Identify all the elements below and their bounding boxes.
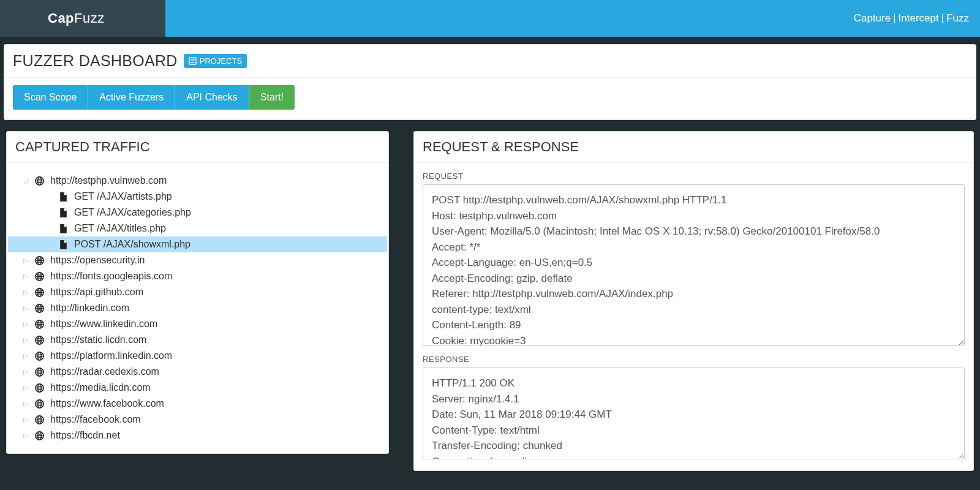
globe-icon (34, 399, 45, 409)
globe-icon (34, 287, 45, 298)
expand-icon[interactable]: ▷ (23, 353, 29, 359)
globe-icon (34, 415, 45, 425)
globe-icon (34, 319, 45, 330)
tree-host-row[interactable]: ▷https://facebook.com (8, 412, 387, 428)
collapse-icon[interactable]: ◿ (23, 178, 29, 184)
file-icon (58, 239, 69, 250)
expand-icon[interactable]: ▷ (23, 401, 29, 407)
request-label: GET /AJAX/titles.php (74, 223, 166, 234)
expand-icon[interactable]: ▷ (23, 305, 29, 311)
globe-icon (34, 351, 45, 361)
host-label: https://facebook.com (50, 414, 141, 425)
traffic-tree: ◿http://testphp.vulnweb.comGET /AJAX/art… (7, 163, 388, 453)
globe-icon (34, 303, 45, 314)
expand-icon[interactable]: ▷ (23, 369, 29, 375)
tree-host-row[interactable]: ▷https://radar.cedexis.com (8, 364, 387, 380)
request-response-panel: REQUEST & RESPONSE REQUEST RESPONSE (413, 131, 974, 471)
host-label: https://api.github.com (50, 287, 143, 298)
tree-host-row[interactable]: ◿http://testphp.vulnweb.com (8, 173, 387, 189)
globe-icon (34, 367, 45, 377)
expand-icon[interactable]: ▷ (23, 273, 29, 279)
request-textarea[interactable] (423, 184, 965, 346)
projects-label: PROJECTS (200, 56, 242, 66)
host-label: https://radar.cedexis.com (50, 366, 159, 377)
globe-icon (34, 271, 45, 282)
tree-host-row[interactable]: ▷https://api.github.com (8, 284, 387, 300)
tree-host-row[interactable]: ▷https://www.facebook.com (8, 396, 387, 412)
file-icon (58, 208, 69, 218)
globe-icon (34, 431, 45, 441)
host-label: https://fonts.googleapis.com (50, 271, 172, 282)
tree-request-row[interactable]: GET /AJAX/categories.php (8, 205, 387, 221)
captured-traffic-panel: CAPTURED TRAFFIC ◿http://testphp.vulnweb… (6, 131, 389, 454)
dashboard-panel: FUZZER DASHBOARD PROJECTS Scan Scope Act… (4, 44, 976, 120)
host-label: https://platform.linkedin.com (50, 350, 172, 361)
host-label: https://www.linkedin.com (50, 318, 157, 330)
file-icon (58, 192, 69, 202)
request-label: REQUEST (423, 172, 965, 181)
tree-host-row[interactable]: ▷http://linkedin.com (8, 300, 387, 316)
request-label: POST /AJAX/showxml.php (74, 239, 190, 250)
dashboard-buttons: Scan Scope Active Fuzzers API Checks Sta… (4, 78, 976, 119)
tree-host-row[interactable]: ▷https://static.licdn.com (8, 332, 387, 348)
request-label: GET /AJAX/artists.php (74, 191, 172, 202)
file-icon (58, 224, 69, 234)
expand-icon[interactable]: ▷ (23, 417, 29, 423)
tree-host-row[interactable]: ▷https://fbcdn.net (8, 428, 387, 443)
brand-logo[interactable]: CapFuzz (0, 0, 165, 37)
brand-bold: Cap (48, 10, 74, 26)
nav-fuzz[interactable]: Fuzz (946, 12, 969, 24)
expand-icon[interactable]: ▷ (23, 289, 29, 295)
tree-host-row[interactable]: ▷https://www.linkedin.com (8, 316, 387, 332)
tree-host-row[interactable]: ▷https://platform.linkedin.com (8, 348, 387, 364)
top-bar: CapFuzz Capture | Intercept | Fuzz (0, 0, 980, 37)
nav-capture[interactable]: Capture (854, 12, 891, 24)
expand-icon[interactable]: ▷ (23, 257, 29, 263)
host-label: http://testphp.vulnweb.com (50, 175, 167, 186)
host-label: https://media.licdn.com (50, 382, 151, 393)
scan-scope-button[interactable]: Scan Scope (13, 85, 88, 110)
host-label: https://fbcdn.net (50, 430, 120, 441)
globe-icon (34, 335, 45, 345)
brand-light: Fuzz (74, 10, 105, 26)
tree-request-row[interactable]: GET /AJAX/titles.php (8, 221, 387, 236)
tree-host-row[interactable]: ▷https://fonts.googleapis.com (8, 268, 387, 284)
tree-request-row[interactable]: GET /AJAX/artists.php (8, 189, 387, 205)
host-label: https://opensecurity.in (50, 255, 145, 266)
tree-host-row[interactable]: ▷https://opensecurity.in (8, 252, 387, 268)
nav-intercept[interactable]: Intercept (899, 12, 939, 24)
globe-icon (34, 255, 45, 266)
expand-icon[interactable]: ▷ (23, 432, 29, 439)
tree-host-row[interactable]: ▷https://media.licdn.com (8, 380, 387, 396)
response-label: RESPONSE (423, 355, 965, 364)
topbar-nav: Capture | Intercept | Fuzz (165, 0, 980, 37)
request-label: GET /AJAX/categories.php (74, 207, 191, 218)
dashboard-title: FUZZER DASHBOARD (13, 52, 178, 70)
list-icon (189, 57, 197, 65)
rr-title: REQUEST & RESPONSE (414, 132, 973, 163)
expand-icon[interactable]: ▷ (23, 321, 29, 327)
content-area: FUZZER DASHBOARD PROJECTS Scan Scope Act… (0, 37, 980, 489)
captured-title: CAPTURED TRAFFIC (7, 132, 388, 163)
globe-icon (34, 383, 45, 393)
start-button[interactable]: Start! (249, 85, 295, 110)
api-checks-button[interactable]: API Checks (175, 85, 249, 110)
nav-sep: | (941, 12, 944, 24)
projects-button[interactable]: PROJECTS (184, 54, 247, 68)
expand-icon[interactable]: ▷ (23, 385, 29, 391)
globe-icon (34, 176, 45, 186)
active-fuzzers-button[interactable]: Active Fuzzers (88, 85, 175, 110)
dashboard-header: FUZZER DASHBOARD PROJECTS (4, 45, 976, 78)
host-label: https://www.facebook.com (50, 398, 164, 409)
expand-icon[interactable]: ▷ (23, 337, 29, 343)
nav-sep: | (893, 12, 895, 24)
tree-request-row[interactable]: POST /AJAX/showxml.php (8, 236, 387, 252)
host-label: https://static.licdn.com (50, 334, 146, 345)
response-textarea[interactable] (423, 368, 965, 459)
host-label: http://linkedin.com (50, 303, 129, 314)
